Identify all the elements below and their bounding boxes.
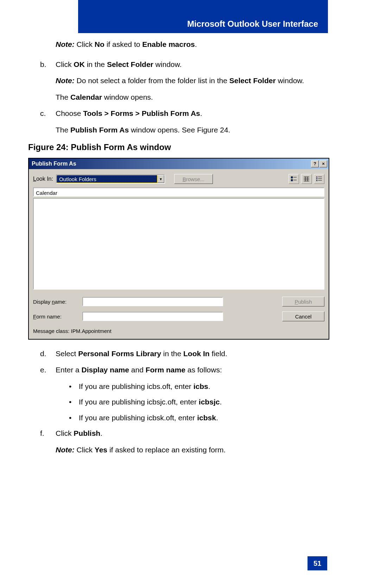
svg-rect-1 [291, 179, 293, 181]
intro-note: Note: Click No if asked to Enable macros… [56, 39, 331, 50]
step-letter: c. [40, 108, 56, 119]
step-letter: b. [40, 59, 56, 70]
step-c-sub: The Publish Form As window opens. See Fi… [56, 124, 331, 136]
svg-rect-12 [316, 180, 317, 181]
step-e: e. Enter a Display name and Form name as… [40, 364, 331, 376]
lookin-combo[interactable]: Outlook Folders ▼ [56, 174, 165, 184]
titlebar-buttons: ? × [311, 160, 327, 167]
cancel-button[interactable]: Cancel [282, 311, 324, 321]
form-name-input[interactable] [82, 312, 223, 321]
figure-caption: Figure 24: Publish Form As window [28, 141, 331, 154]
step-letter: e. [40, 364, 56, 376]
bullet-icon: • [69, 396, 79, 408]
form-fields: Display name: Publish Form name: Cancel [33, 297, 324, 321]
calendar-field[interactable]: Calendar [33, 187, 324, 197]
step-letter: f. [40, 428, 56, 439]
step-body: Choose Tools > Forms > Publish Form As. [56, 108, 331, 119]
message-class-label: Message class: IPM.Appointment [33, 327, 324, 335]
step-body: Click Publish. [56, 428, 331, 439]
step-c: c. Choose Tools > Forms > Publish Form A… [40, 108, 331, 119]
page-header-title: Microsoft Outlook User Interface [187, 19, 318, 29]
display-name-input[interactable] [82, 297, 223, 306]
large-icons-view-icon[interactable] [289, 174, 299, 184]
page-header-bar: Microsoft Outlook User Interface [78, 0, 328, 33]
svg-rect-0 [291, 177, 293, 178]
svg-rect-10 [316, 177, 317, 178]
lookin-label: Look In: [33, 175, 53, 184]
lookin-value: Outlook Folders [57, 175, 157, 183]
step-d: d. Select Personal Forms Library in the … [40, 348, 331, 360]
view-icons [289, 174, 324, 184]
dialog-titlebar: Publish Form As ? × [29, 159, 329, 169]
svg-rect-11 [316, 178, 317, 179]
display-name-label: Display name: [33, 298, 82, 306]
bullet-item: • If you are publishing icbsjc.oft, ente… [69, 396, 331, 408]
dialog-title: Publish Form As [32, 160, 76, 168]
bullet-icon: • [69, 381, 79, 392]
browse-button[interactable]: Browse... [174, 174, 213, 184]
list-view-icon[interactable] [314, 174, 324, 184]
publish-button[interactable]: Publish [282, 297, 324, 307]
help-icon[interactable]: ? [311, 160, 319, 167]
close-icon[interactable]: × [319, 160, 327, 167]
details-view-icon[interactable] [301, 174, 312, 184]
step-b-sub: The Calendar window opens. [56, 92, 331, 103]
bullet-item: • If you are publishing icbsk.oft, enter… [69, 412, 331, 424]
step-letter: d. [40, 348, 56, 360]
lookin-row: Look In: Outlook Folders ▼ Browse... [33, 174, 324, 184]
step-f-note: Note: Click Yes if asked to replace an e… [56, 444, 331, 456]
step-b-note: Note: Do not select a folder from the fo… [56, 75, 331, 87]
chevron-down-icon[interactable]: ▼ [157, 175, 164, 183]
page-number: 51 [308, 556, 327, 570]
step-f: f. Click Publish. [40, 428, 331, 439]
page-content: Note: Click No if asked to Enable macros… [28, 39, 331, 461]
form-name-label: Form name: [33, 312, 82, 321]
step-b: b. Click OK in the Select Folder window. [40, 59, 331, 70]
dialog-body: Look In: Outlook Folders ▼ Browse... [29, 169, 329, 339]
forms-listbox[interactable] [33, 198, 324, 290]
step-body: Select Personal Forms Library in the Loo… [56, 348, 331, 360]
step-body: Enter a Display name and Form name as fo… [56, 364, 331, 376]
publish-form-dialog: Publish Form As ? × Look In: Outlook Fol… [28, 158, 329, 339]
step-body: Click OK in the Select Folder window. [56, 59, 331, 70]
bullet-item: • If you are publishing icbs.oft, enter … [69, 381, 331, 392]
bullet-icon: • [69, 412, 79, 424]
